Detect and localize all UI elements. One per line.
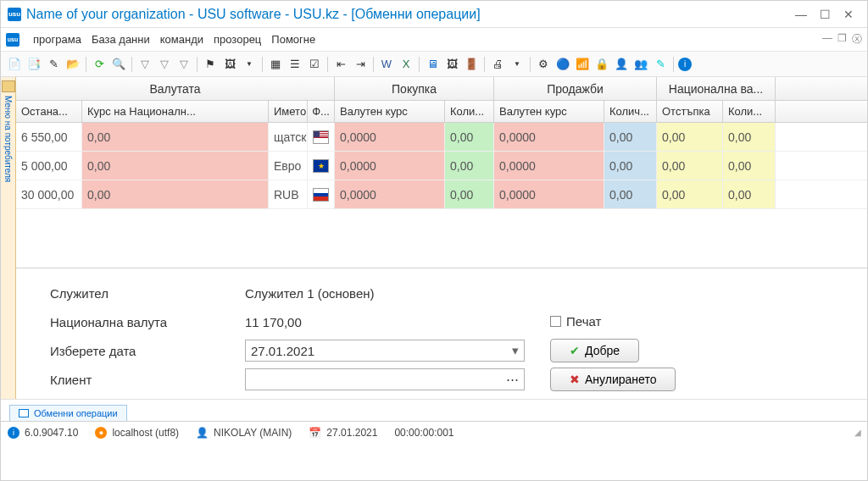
filter-clear-icon[interactable]: ▽ xyxy=(156,56,173,73)
cell-sell-rate: 0,0000 xyxy=(494,180,604,208)
group-buy[interactable]: Покупка xyxy=(335,77,494,100)
cell-sell-qty: 0,00 xyxy=(604,123,657,151)
print-checkbox[interactable]: Печат xyxy=(550,314,601,329)
mdi-close-button[interactable]: ⓧ xyxy=(852,32,862,47)
tree-icon[interactable]: ☰ xyxy=(287,56,303,73)
flag-icon[interactable]: ⚑ xyxy=(202,56,219,73)
mdi-controls: — ❐ ⓧ xyxy=(822,32,862,47)
table-row[interactable]: 6 550,00 0,00 щатски 0,0000 0,00 0,0000 … xyxy=(16,123,867,152)
export-word-icon[interactable]: W xyxy=(378,56,395,73)
cancel-icon: ✖ xyxy=(570,373,580,386)
cell-name: щатски xyxy=(269,123,308,151)
calendar-icon: 📅 xyxy=(309,427,321,439)
group-national[interactable]: Национална ва... xyxy=(657,77,776,100)
national-label: Национална валута xyxy=(50,315,245,329)
col-discount[interactable]: Отстъпка xyxy=(657,101,723,122)
status-time: 00:00:00:001 xyxy=(394,427,453,439)
col-sell-qty[interactable]: Колич... xyxy=(604,101,657,122)
lock-icon[interactable]: 🔒 xyxy=(593,56,610,73)
menu-bar: usu програма База данни команди прозорец… xyxy=(1,28,867,52)
resize-grip-icon[interactable]: ◢ xyxy=(854,428,860,437)
menu-window[interactable]: прозорец xyxy=(214,33,261,46)
cell-sell-qty: 0,00 xyxy=(604,152,657,180)
cell-sell-qty: 0,00 xyxy=(604,180,657,208)
picture-icon[interactable]: 🖼 xyxy=(443,56,460,73)
group-currency[interactable]: Валутата xyxy=(16,77,335,100)
window-title: Name of your organization - USU software… xyxy=(26,7,789,22)
cell-buy-qty: 0,00 xyxy=(445,180,494,208)
check-icon[interactable]: ☑ xyxy=(306,56,323,73)
table-row[interactable]: 30 000,00 0,00 RUB 0,0000 0,00 0,0000 0,… xyxy=(16,180,867,209)
col-flag[interactable]: Ф... xyxy=(308,101,335,122)
date-label: Изберете дата xyxy=(50,344,245,358)
database-icon: ● xyxy=(95,427,107,439)
user-icon[interactable]: 👤 xyxy=(613,56,630,73)
edit-icon[interactable]: ✎ xyxy=(45,56,62,73)
table-row[interactable]: 5 000,00 0,00 Евро ★ 0,0000 0,00 0,0000 … xyxy=(16,152,867,180)
group-sell[interactable]: Продажби xyxy=(494,77,657,100)
user-menu-sidebar[interactable]: Меню на потребителя xyxy=(1,77,16,399)
wand-icon[interactable]: ✎ xyxy=(652,56,669,73)
grid-column-header: Остана... Курс на Националн... Името Ф..… xyxy=(16,101,867,123)
col-buy-qty[interactable]: Коли... xyxy=(445,101,494,122)
cell-qty3: 0,00 xyxy=(723,180,776,208)
status-user: 👤 NIKOLAY (MAIN) xyxy=(196,427,292,439)
exit-icon[interactable]: 🚪 xyxy=(463,56,480,73)
copy-icon[interactable]: 📑 xyxy=(25,56,42,73)
menu-program[interactable]: програма xyxy=(33,33,81,46)
toolbar: 📄 📑 ✎ 📂 ⟳ 🔍 ▽ ▽ ▽ ⚑ 🖼 ▼ ▦ ☰ ☑ ⇤ ⇥ W X 🖥 … xyxy=(1,52,867,77)
cell-sell-rate: 0,0000 xyxy=(494,123,604,151)
cell-qty3: 0,00 xyxy=(723,152,776,180)
col-remain[interactable]: Остана... xyxy=(16,101,82,122)
tab-exchange[interactable]: Обменни операции xyxy=(9,405,127,421)
cancel-button[interactable]: ✖ Анулирането xyxy=(550,368,676,391)
minimize-button[interactable]: — xyxy=(789,4,813,25)
filter-icon[interactable]: ▽ xyxy=(136,56,153,73)
col-qty3[interactable]: Коли... xyxy=(723,101,776,122)
print-drop-icon[interactable]: ▼ xyxy=(509,56,526,73)
col-name[interactable]: Името xyxy=(269,101,308,122)
col-nbrate[interactable]: Курс на Националн... xyxy=(82,101,269,122)
date-input[interactable]: 27.01.2021 ▾ xyxy=(245,340,525,362)
cell-buy-qty: 0,00 xyxy=(445,152,494,180)
menu-database[interactable]: База данни xyxy=(92,33,150,46)
menu-help[interactable]: Помогне xyxy=(271,33,315,46)
color-icon[interactable]: 🔵 xyxy=(554,56,571,73)
maximize-button[interactable]: ☐ xyxy=(813,4,837,25)
client-picker[interactable]: ⋯ xyxy=(245,368,525,390)
close-button[interactable]: ✕ xyxy=(837,4,860,25)
cell-name: RUB xyxy=(269,180,308,208)
filter-edit-icon[interactable]: ▽ xyxy=(175,56,192,73)
date-input-value: 27.01.2021 xyxy=(251,344,314,358)
indent-right-icon[interactable]: ⇥ xyxy=(352,56,369,73)
open-icon[interactable]: 📂 xyxy=(64,56,81,73)
ok-button[interactable]: ✔ Добре xyxy=(550,339,639,362)
col-buy-rate[interactable]: Валутен курс xyxy=(335,101,445,122)
col-sell-rate[interactable]: Валутен курс xyxy=(494,101,604,122)
mdi-minimize-button[interactable]: — xyxy=(822,32,832,47)
grid-icon[interactable]: ▦ xyxy=(267,56,284,73)
app-icon-small: usu xyxy=(6,33,19,47)
users-icon[interactable]: 👥 xyxy=(632,56,649,73)
cell-qty3: 0,00 xyxy=(723,123,776,151)
image-icon[interactable]: 🖼 xyxy=(221,56,238,73)
search-icon[interactable]: 🔍 xyxy=(110,56,127,73)
info-icon[interactable]: i xyxy=(678,58,692,71)
client-label: Клиент xyxy=(50,373,245,387)
ok-button-label: Добре xyxy=(585,344,620,357)
refresh-icon[interactable]: ⟳ xyxy=(91,56,108,73)
menu-commands[interactable]: команди xyxy=(160,33,203,46)
cell-nbrate: 0,00 xyxy=(82,123,269,151)
cell-buy-rate: 0,0000 xyxy=(335,152,445,180)
print-icon[interactable]: 🖨 xyxy=(489,56,506,73)
dropdown-icon[interactable]: ▼ xyxy=(241,56,258,73)
form-panel: Служител Служител 1 (основен) Национална… xyxy=(16,268,867,399)
indent-left-icon[interactable]: ⇤ xyxy=(332,56,349,73)
new-icon[interactable]: 📄 xyxy=(6,56,23,73)
gear-icon[interactable]: ⚙ xyxy=(535,56,552,73)
export-excel-icon[interactable]: X xyxy=(398,56,415,73)
monitor-icon[interactable]: 🖥 xyxy=(424,56,441,73)
chevron-down-icon[interactable]: ▾ xyxy=(512,343,519,358)
rss-icon[interactable]: 📶 xyxy=(574,56,591,73)
mdi-restore-button[interactable]: ❐ xyxy=(837,32,847,47)
